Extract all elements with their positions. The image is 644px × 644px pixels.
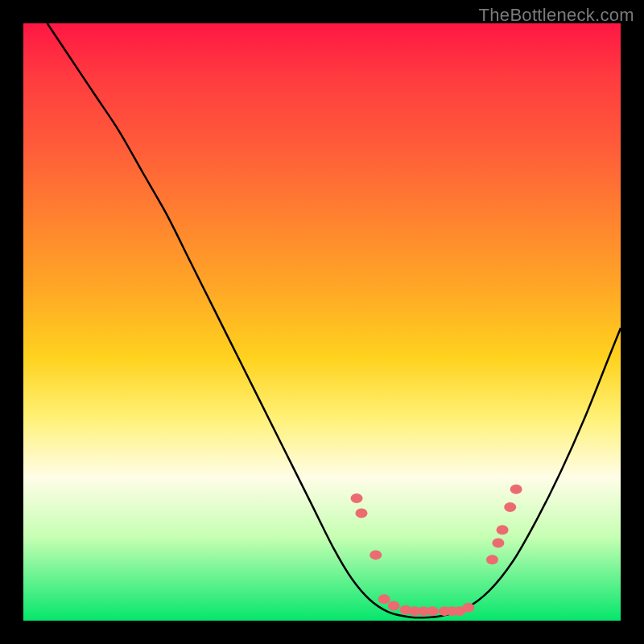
curve-dots xyxy=(351,485,522,616)
data-dot xyxy=(355,508,367,518)
data-dot xyxy=(510,485,522,494)
data-dot xyxy=(369,550,382,559)
data-dot xyxy=(462,603,474,613)
data-dot xyxy=(497,525,509,535)
data-dot xyxy=(492,539,504,548)
watermark-text: TheBottleneck.com xyxy=(479,5,634,26)
data-dot xyxy=(388,601,400,610)
data-dot xyxy=(486,555,498,564)
data-dot xyxy=(351,493,363,503)
bottleneck-curve xyxy=(47,23,621,617)
data-dot xyxy=(378,594,390,604)
curve-svg xyxy=(23,23,621,621)
data-dot xyxy=(504,502,516,512)
data-dot xyxy=(427,606,439,616)
chart-container: TheBottleneck.com xyxy=(0,0,644,644)
plot-area xyxy=(23,23,621,621)
